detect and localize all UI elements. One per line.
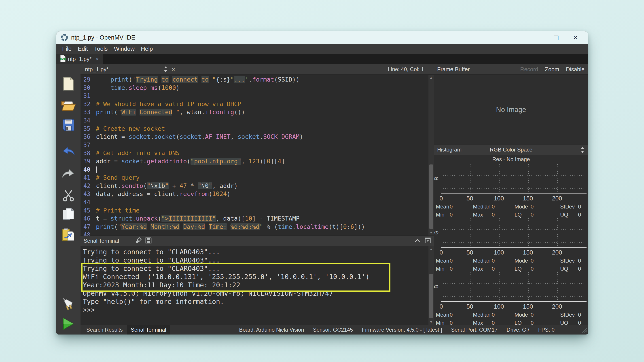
histogram-channel-b: B050100150200Mean0Median0Mode0StDev0Min0…	[434, 272, 588, 326]
close-button[interactable]: ×	[566, 31, 585, 44]
code-line[interactable]: 32# We should have a valid IP now via DH…	[80, 100, 434, 108]
code-token: print	[96, 223, 114, 230]
code-token: addr	[220, 182, 234, 189]
code-token: .	[249, 76, 252, 83]
code-token: 10	[245, 215, 252, 222]
code-token: {:s}	[216, 76, 230, 83]
editor-header: ntp_1.py* × Line: 40, Col: 1	[80, 64, 434, 75]
cut-button[interactable]	[61, 189, 76, 203]
code-line[interactable]: 29 print('Trying to connect to "{:s}"...…	[80, 75, 434, 84]
undo-button[interactable]	[61, 144, 76, 159]
document-selector-arrows-icon[interactable]	[164, 66, 168, 73]
code-line[interactable]: 47print("Year:%d Month:%d Day:%d Time: %…	[80, 223, 434, 231]
code-token: 0	[343, 223, 347, 230]
menu-window[interactable]: Window	[111, 45, 138, 52]
code-editor[interactable]: 29 print('Trying to connect to "{:s}"...…	[80, 75, 434, 236]
code-line[interactable]: 41# Send query	[80, 174, 434, 182]
tick-label: 50	[466, 303, 473, 310]
code-token: (	[128, 76, 132, 83]
code-text	[94, 166, 96, 174]
minimize-button[interactable]: —	[527, 31, 546, 44]
connect-button[interactable]	[61, 297, 76, 312]
code-line[interactable]: 42client.sendto("\x1b" + 47 * "\0", addr…	[80, 182, 434, 190]
menu-tools[interactable]: Tools	[91, 45, 111, 52]
tick-label: 50	[466, 249, 473, 256]
code-line[interactable]: 46t = struct.unpack(">IIIIIIIIIIII", dat…	[80, 215, 434, 223]
collapse-terminal-icon[interactable]	[414, 239, 420, 243]
code-line[interactable]: 33print("WiFi Connected ", wlan.ifconfig…	[80, 108, 434, 116]
scroll-up-icon[interactable]: ▲	[428, 75, 434, 80]
code-line[interactable]: 30 time.sleep_ms(1000)	[80, 84, 434, 92]
maximize-button[interactable]: □	[546, 31, 566, 44]
code-token: ][	[270, 158, 278, 165]
terminal-line: >>>	[80, 306, 434, 314]
code-line[interactable]: 45# Print time	[80, 206, 434, 215]
code-token: (	[274, 76, 278, 83]
line-number: 41	[80, 174, 94, 182]
run-button[interactable]	[61, 317, 76, 332]
code-token: # We should have a valid IP now via DHCP	[96, 100, 241, 107]
code-line[interactable]: 48	[80, 231, 434, 236]
document-selector[interactable]: ntp_1.py*	[85, 66, 109, 73]
tab-close-icon[interactable]: ×	[96, 56, 99, 62]
copy-button[interactable]	[61, 208, 76, 222]
scroll-down-icon[interactable]: ▼	[428, 319, 434, 325]
document-close-icon[interactable]: ×	[172, 66, 175, 73]
popout-terminal-icon[interactable]	[425, 238, 431, 244]
code-line[interactable]: 39addr = socket.getaddrinfo("pool.ntp.or…	[80, 157, 434, 166]
terminal-scrollbar-thumb[interactable]	[429, 274, 433, 318]
resize-grip[interactable]	[580, 326, 587, 334]
new-file-button[interactable]	[61, 77, 76, 92]
code-token: "	[209, 182, 212, 189]
editor-scrollbar-thumb[interactable]	[429, 164, 433, 229]
stat-value-uq: 0	[578, 266, 581, 272]
scroll-down-icon[interactable]: ▼	[428, 230, 434, 236]
status-tab-serial-terminal[interactable]: Serial Terminal	[127, 325, 170, 335]
code-line[interactable]: 34	[80, 116, 434, 125]
code-token: print	[110, 76, 128, 83]
python-file-icon: PY	[60, 55, 66, 63]
code-token: time	[278, 223, 292, 230]
code-token: =	[147, 190, 154, 197]
code-line[interactable]: 35# Create new socket	[80, 125, 434, 133]
color-space-select[interactable]: RGB Color Space	[490, 147, 532, 153]
zoom-button[interactable]: Zoom	[545, 66, 559, 73]
frame-buffer-view: No Image	[434, 75, 588, 145]
tick-label: 150	[523, 249, 533, 256]
code-token: wlan	[187, 109, 201, 115]
tab-ntp1py[interactable]: PY ntp_1.py* ×	[56, 54, 103, 64]
code-line[interactable]: 38# Get addr info via DNS	[80, 149, 434, 157]
editor-scrollbar[interactable]: ▲ ▼	[428, 75, 434, 236]
line-number: 38	[80, 149, 94, 157]
stat-value-mean: 0	[450, 204, 452, 210]
status-tab-search-results[interactable]: Search Results	[82, 325, 127, 335]
open-file-button[interactable]	[61, 98, 76, 113]
paste-button[interactable]	[61, 228, 76, 242]
run-icon	[62, 317, 74, 331]
code-line[interactable]: 43data, address = client.recvfrom(1024)	[80, 190, 434, 198]
code-line[interactable]: 40	[80, 166, 434, 174]
code-line[interactable]: 44	[80, 198, 434, 206]
connect-icon	[62, 297, 75, 311]
code-token: 4	[278, 158, 281, 165]
code-token: 47	[180, 182, 187, 189]
save-log-icon[interactable]	[145, 237, 152, 245]
menu-edit[interactable]: Edit	[75, 45, 91, 52]
code-line[interactable]: 31	[80, 92, 434, 100]
code-line[interactable]: 36client = socket.socket(socket.AF_INET,…	[80, 133, 434, 141]
code-token: )[	[238, 215, 245, 222]
code-token: Year:%d	[122, 223, 147, 230]
redo-button[interactable]	[61, 166, 76, 181]
disable-button[interactable]: Disable	[566, 66, 584, 73]
menu-help[interactable]: Help	[138, 45, 156, 52]
menu-file[interactable]: File	[59, 45, 75, 52]
histogram-plot: B	[441, 272, 586, 302]
code-line[interactable]: 37	[80, 141, 434, 149]
scroll-up-icon[interactable]: ▲	[428, 246, 434, 252]
code-token: print	[96, 109, 114, 115]
clear-terminal-icon[interactable]	[135, 237, 142, 245]
serial-terminal[interactable]: Trying to connect to "CLARO403"...Trying…	[80, 246, 434, 325]
color-space-arrows-icon[interactable]	[580, 147, 584, 154]
stat-value-mode: 0	[531, 312, 534, 318]
save-file-button[interactable]	[61, 118, 76, 133]
